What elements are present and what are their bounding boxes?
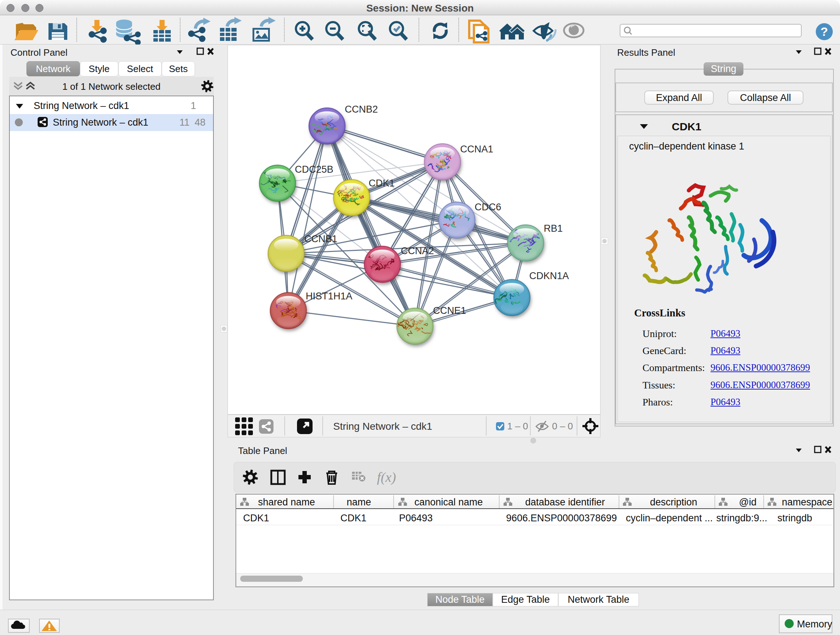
svg-text:CDK1: CDK1 bbox=[243, 513, 269, 524]
svg-text:P06493: P06493 bbox=[399, 513, 433, 524]
svg-text:f(x): f(x) bbox=[377, 470, 396, 485]
svg-text:CDK1: CDK1 bbox=[369, 178, 395, 188]
svg-text:9606.ENSP00000378699: 9606.ENSP00000378699 bbox=[506, 513, 617, 524]
svg-text:stringdb: stringdb bbox=[777, 513, 812, 524]
svg-text:CDK1: CDK1 bbox=[340, 513, 366, 524]
svg-text:CDKN1A: CDKN1A bbox=[529, 271, 569, 281]
svg-text:database identifier: database identifier bbox=[525, 497, 605, 508]
svg-text:CCNA2: CCNA2 bbox=[401, 245, 434, 256]
svg-text:namespace: namespace bbox=[782, 497, 832, 508]
svg-text:CCNA1: CCNA1 bbox=[460, 144, 493, 155]
svg-text:cyclin–dependent ...: cyclin–dependent ... bbox=[626, 513, 713, 524]
svg-text:CCNE1: CCNE1 bbox=[433, 305, 466, 316]
svg-text:CCNB2: CCNB2 bbox=[345, 104, 378, 115]
svg-text:@id: @id bbox=[739, 497, 756, 508]
svg-text:CDC6: CDC6 bbox=[475, 202, 501, 212]
svg-text:CCNB1: CCNB1 bbox=[304, 233, 338, 244]
svg-text:1 – 0: 1 – 0 bbox=[507, 421, 528, 432]
svg-text:CDC25B: CDC25B bbox=[295, 164, 333, 175]
svg-text:canonical name: canonical name bbox=[414, 497, 483, 508]
svg-text:name: name bbox=[347, 497, 371, 508]
svg-text:stringdb:9...: stringdb:9... bbox=[716, 513, 767, 524]
svg-text:shared name: shared name bbox=[258, 497, 315, 508]
svg-text:String Network – cdk1: String Network – cdk1 bbox=[333, 421, 432, 432]
svg-text:HIST1H1A: HIST1H1A bbox=[306, 291, 352, 302]
svg-text:RB1: RB1 bbox=[544, 223, 563, 234]
svg-text:description: description bbox=[650, 497, 698, 508]
svg-text:0 – 0: 0 – 0 bbox=[552, 421, 573, 432]
